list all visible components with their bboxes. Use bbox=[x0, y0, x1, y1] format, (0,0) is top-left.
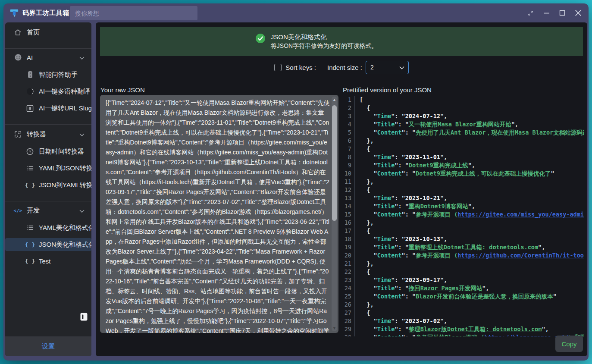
indent-size-label: Indent size : bbox=[327, 64, 362, 71]
sidebar-item-ai-assistant[interactable]: 智能问答助手 bbox=[5, 68, 91, 81]
chatbot-icon bbox=[26, 71, 34, 79]
indent-size-value: 2 bbox=[370, 64, 374, 71]
sidebar-collapse-button[interactable] bbox=[80, 313, 88, 321]
raw-scrollbar[interactable]: ▲ ▼ bbox=[332, 97, 337, 331]
sidebar-item-ai-url-slug[interactable]: AI一键转URL Slug bbox=[5, 102, 91, 115]
expand-icon bbox=[528, 10, 533, 16]
slug-icon bbox=[26, 104, 34, 113]
pretty-json-viewer: 1234567891011121314151617181920212223242… bbox=[343, 96, 584, 336]
sort-keys-label: Sort keys : bbox=[285, 64, 316, 71]
app-logo-icon bbox=[9, 8, 19, 18]
sidebar-group-label: 转换器 bbox=[27, 130, 46, 138]
scrollbar-thumb[interactable] bbox=[332, 105, 337, 221]
sidebar-group-label: AI bbox=[27, 54, 33, 61]
success-check-icon bbox=[256, 34, 265, 43]
sidebar-item-yaml-to-json[interactable]: YAML到JSON转换 bbox=[5, 162, 91, 175]
tool-banner: JSON美化和格式化 将JSON字符串修饰为友好的可读格式。 bbox=[100, 27, 583, 56]
copy-button[interactable]: Copy bbox=[555, 336, 583, 352]
sidebar-item-label: Test bbox=[39, 257, 51, 265]
pretty-gutter: 1234567891011121314151617181920212223242… bbox=[343, 96, 355, 336]
minimize-icon bbox=[543, 10, 550, 16]
tool-subtitle: 将JSON字符串修饰为友好的可读格式。 bbox=[271, 41, 377, 50]
titlebar: 码界工坊工具箱 bbox=[3, 3, 589, 22]
sidebar-item-label: JSON美化和格式化 bbox=[39, 241, 91, 249]
chevron-down-icon bbox=[79, 131, 85, 138]
chevron-down-icon bbox=[79, 54, 85, 61]
converter-icon bbox=[14, 130, 22, 138]
maximize-button[interactable] bbox=[556, 7, 568, 19]
sidebar-item-label: JSON到YAML转换 bbox=[39, 181, 91, 189]
sort-keys-checkbox[interactable] bbox=[274, 64, 282, 71]
raw-json-textarea[interactable]: [{"Time":"2024-07-12","Title":"又一轮使用Masa… bbox=[100, 95, 338, 333]
braces-icon: { } bbox=[26, 181, 34, 189]
sidebar-item-label: AI一键多语种翻译 bbox=[39, 88, 90, 96]
sidebar-item-label: 日期时间转换器 bbox=[39, 147, 84, 156]
sidebar-item-json-prettify[interactable]: { } JSON美化和格式化 bbox=[5, 238, 91, 251]
sidebar-item-yaml-prettify[interactable]: YAML美化和格式化 bbox=[5, 221, 91, 234]
chevron-down-icon bbox=[79, 207, 85, 214]
main-panel: JSON美化和格式化 将JSON字符串修饰为友好的可读格式。 Sort keys… bbox=[96, 22, 587, 356]
sidebar-divider bbox=[5, 48, 91, 49]
pretty-code: [ { "Time": "2024-07-12", "Title": "又一轮使… bbox=[355, 96, 584, 336]
sidebar-item-label: YAML美化和格式化 bbox=[39, 224, 91, 232]
code-icon: </> bbox=[14, 207, 22, 215]
expand-button[interactable] bbox=[524, 7, 536, 19]
sidebar-item-home[interactable]: 首页 bbox=[5, 26, 91, 39]
window-controls bbox=[524, 3, 584, 22]
sidebar-item-json-to-yaml[interactable]: { } JSON到YAML转换 bbox=[5, 179, 91, 191]
maximize-icon bbox=[559, 10, 565, 16]
sidebar: 首页 AI 智能问答助手 AI一键多语种翻译 bbox=[5, 22, 91, 356]
raw-json-label: Your raw JSON bbox=[100, 86, 145, 94]
search-input[interactable] bbox=[70, 6, 197, 20]
chevron-down-icon bbox=[399, 63, 404, 71]
scroll-up-icon[interactable]: ▲ bbox=[332, 97, 337, 103]
sidebar-footer: 设置 bbox=[5, 336, 91, 356]
app-window: 码界工坊工具箱 首页 bbox=[3, 3, 589, 361]
sidebar-group-converter[interactable]: 转换器 bbox=[5, 128, 91, 141]
sidebar-item-label: YAML到JSON转换 bbox=[39, 164, 91, 173]
tool-title: JSON美化和格式化 bbox=[271, 32, 377, 41]
sidebar-group-develop[interactable]: </> 开发 bbox=[5, 204, 91, 217]
raw-json-content: [{"Time":"2024-07-12","Title":"又一轮使用Masa… bbox=[100, 95, 331, 333]
clock-icon bbox=[26, 147, 34, 156]
sidebar-item-label: 智能问答助手 bbox=[39, 71, 78, 79]
moon-icon bbox=[26, 88, 34, 96]
settings-button[interactable]: 设置 bbox=[42, 342, 55, 351]
close-button[interactable] bbox=[572, 7, 584, 19]
sidebar-item-test[interactable]: { } Test bbox=[5, 254, 91, 267]
sidebar-collapse-icon bbox=[80, 313, 88, 321]
home-icon bbox=[14, 28, 22, 37]
indent-size-select[interactable]: 2 bbox=[366, 61, 409, 74]
sidebar-group-label: 开发 bbox=[27, 207, 40, 215]
braces-icon: { } bbox=[26, 257, 34, 265]
list-icon bbox=[26, 164, 34, 173]
list-icon bbox=[26, 224, 34, 232]
pretty-json-label: Prettified version of your JSON bbox=[343, 86, 432, 94]
scroll-down-icon[interactable]: ▼ bbox=[332, 325, 337, 331]
app-title: 码界工坊工具箱 bbox=[22, 9, 69, 17]
braces-icon: { } bbox=[26, 241, 34, 249]
sidebar-item-label: 首页 bbox=[27, 28, 40, 37]
minimize-button[interactable] bbox=[540, 7, 552, 19]
options-row: Sort keys : Indent size : 2 bbox=[96, 60, 587, 75]
sidebar-divider bbox=[5, 201, 91, 201]
robot-icon bbox=[14, 53, 22, 62]
sidebar-divider bbox=[5, 124, 91, 125]
sidebar-item-label: AI一键转URL Slug bbox=[39, 104, 91, 113]
sidebar-item-datetime-converter[interactable]: 日期时间转换器 bbox=[5, 145, 91, 158]
close-icon bbox=[575, 9, 582, 16]
sidebar-item-ai-translate[interactable]: AI一键多语种翻译 bbox=[5, 85, 91, 98]
sidebar-group-ai[interactable]: AI bbox=[5, 51, 91, 64]
